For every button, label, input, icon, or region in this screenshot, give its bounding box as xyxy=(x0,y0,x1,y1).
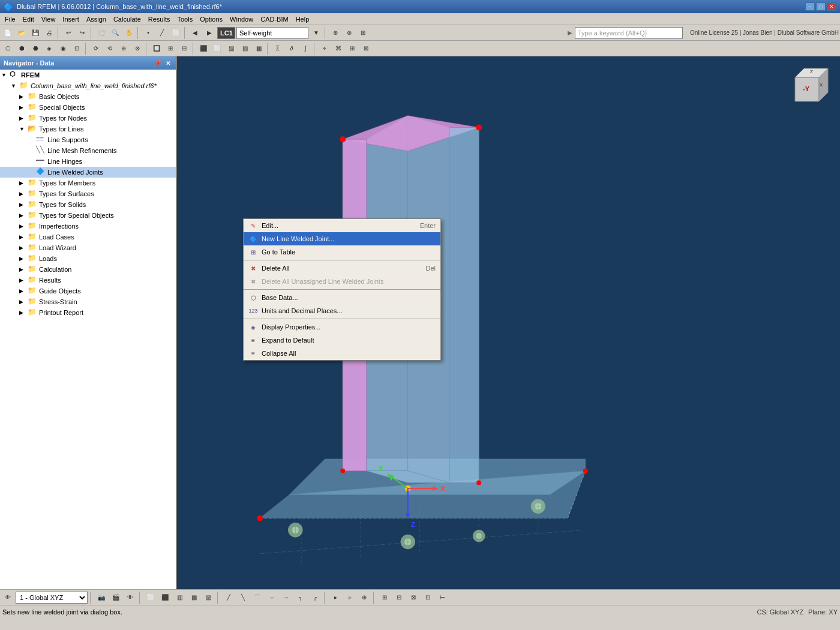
ctx-expand[interactable]: ≡ Expand to Default xyxy=(244,334,440,347)
tb2-11[interactable]: 🔲 xyxy=(150,42,163,55)
view-combo[interactable]: 1 - Global XYZ xyxy=(16,592,88,604)
tb2-6[interactable]: ⊡ xyxy=(70,42,83,55)
tb2-10[interactable]: ⊗ xyxy=(131,42,144,55)
tree-stress-strain[interactable]: ▶ 📁 Stress-Strain xyxy=(0,296,176,307)
bt-s3[interactable]: ⌒ xyxy=(251,591,264,604)
tree-types-surfaces[interactable]: ▶ 📁 Types for Surfaces xyxy=(0,188,176,199)
tree-line-mesh[interactable]: ╲╲ Line Mesh Refinements xyxy=(0,145,176,156)
tree-line-hinges[interactable]: ━━ Line Hinges xyxy=(0,156,176,167)
tb-open[interactable]: 📂 xyxy=(15,26,28,40)
ctx-display-props[interactable]: ◈ Display Properties... xyxy=(244,320,440,334)
bt-s5[interactable]: ⌢ xyxy=(280,591,293,604)
nav-close[interactable]: ✕ xyxy=(164,60,172,67)
tb-r2[interactable]: ⊗ xyxy=(343,26,356,40)
tb-lc-drop[interactable]: ▼ xyxy=(310,26,323,40)
tree-types-members[interactable]: ▶ 📁 Types for Members xyxy=(0,178,176,188)
menu-results[interactable]: Results xyxy=(145,14,174,24)
tb2-18[interactable]: ▦ xyxy=(252,42,265,55)
tb-surface[interactable]: ⬜ xyxy=(169,26,182,40)
bt-m1[interactable]: ▸ xyxy=(329,591,342,604)
bt-w3[interactable]: ⊠ xyxy=(407,591,420,604)
bt-cam[interactable]: 📷 xyxy=(95,591,108,604)
bt-s6[interactable]: ╮ xyxy=(294,591,307,604)
tb2-20[interactable]: ∂ xyxy=(285,42,298,55)
ctx-base-data[interactable]: ⬡ Base Data... xyxy=(244,291,440,304)
tb-undo[interactable]: ↩ xyxy=(62,26,75,40)
ctx-collapse[interactable]: ≡ Collapse All xyxy=(244,347,440,360)
tb2-21[interactable]: ∫ xyxy=(299,42,312,55)
bt-w5[interactable]: ⊢ xyxy=(436,591,449,604)
tb-redo[interactable]: ↪ xyxy=(76,26,89,40)
lc-combo[interactable]: Self-weight xyxy=(236,27,308,39)
canvas-area[interactable]: X Z Y -Y X Z xyxy=(177,56,840,589)
tree-calculation[interactable]: ▶ 📁 Calculation xyxy=(0,264,176,275)
bt-s4[interactable]: ⌣ xyxy=(265,591,278,604)
menu-file[interactable]: File xyxy=(1,14,19,24)
ctx-new-welded[interactable]: 🔷 New Line Welded Joint... xyxy=(244,232,440,245)
bt-grid4[interactable]: ▦ xyxy=(187,591,200,604)
tree-line-supports[interactable]: ≡≡ Line Supports xyxy=(0,134,176,145)
tree-types-lines[interactable]: ▼ 📂 Types for Lines xyxy=(0,124,176,134)
tree-printout[interactable]: ▶ 📁 Printout Report xyxy=(0,307,176,318)
tb-r3[interactable]: ⊞ xyxy=(356,26,370,40)
nav-header-controls[interactable]: 📌 ✕ xyxy=(152,60,172,67)
bt-grid3[interactable]: ▥ xyxy=(173,591,186,604)
menu-view[interactable]: View xyxy=(38,14,59,24)
tree-file[interactable]: ▼ 📁 Column_base_with_line_weld_finished.… xyxy=(0,80,176,91)
bt-w1[interactable]: ⊞ xyxy=(378,591,391,604)
bt-w4[interactable]: ⊡ xyxy=(421,591,434,604)
tree-root[interactable]: ▼ ⬡ RFEM xyxy=(0,70,176,80)
tb-r1[interactable]: ⊕ xyxy=(329,26,342,40)
tb-lc-prev[interactable]: ◀ xyxy=(188,26,202,40)
tb-select[interactable]: ⬚ xyxy=(95,26,108,40)
maximize-button[interactable]: □ xyxy=(816,2,826,11)
tree-load-wizard[interactable]: ▶ 📁 Load Wizard xyxy=(0,242,176,253)
bt-grid1[interactable]: ⬜ xyxy=(144,591,157,604)
tb-zoom[interactable]: 🔍 xyxy=(109,26,122,40)
bt-eye[interactable]: 👁 xyxy=(124,591,137,604)
menu-assign[interactable]: Assign xyxy=(83,14,110,24)
tb-lc-next[interactable]: ▶ xyxy=(203,26,216,40)
nav-cube[interactable]: -Y X Z xyxy=(786,62,834,110)
tb2-2[interactable]: ⬢ xyxy=(15,42,28,55)
tb2-1[interactable]: ⬡ xyxy=(1,42,14,55)
nav-pin[interactable]: 📌 xyxy=(152,60,163,67)
tb-node[interactable]: • xyxy=(142,26,155,40)
ctx-delete-all[interactable]: ✖ Delete All Del xyxy=(244,262,440,275)
menu-edit[interactable]: Edit xyxy=(19,14,38,24)
tb2-4[interactable]: ◈ xyxy=(43,42,56,55)
bt-view-icon[interactable]: 👁 xyxy=(1,591,14,604)
tb2-22[interactable]: ⌖ xyxy=(318,42,331,55)
bt-s2[interactable]: ╲ xyxy=(236,591,250,604)
bt-m2[interactable]: ▹ xyxy=(343,591,356,604)
menu-cad-bim[interactable]: CAD-BIM xyxy=(257,14,292,24)
tb2-14[interactable]: ⬛ xyxy=(197,42,210,55)
tb2-13[interactable]: ⊟ xyxy=(178,42,191,55)
ctx-goto-table[interactable]: ⊞ Go to Table xyxy=(244,245,440,259)
tb2-17[interactable]: ▤ xyxy=(238,42,251,55)
menu-calculate[interactable]: Calculate xyxy=(110,14,145,24)
tb-print[interactable]: 🖨 xyxy=(43,26,56,40)
bt-grid2[interactable]: ⬛ xyxy=(158,591,172,604)
tb-save[interactable]: 💾 xyxy=(29,26,42,40)
tb2-12[interactable]: ⊞ xyxy=(164,42,177,55)
tree-load-cases[interactable]: ▶ 📁 Load Cases xyxy=(0,232,176,242)
tb2-3[interactable]: ⬣ xyxy=(29,42,42,55)
tree-guide-objects[interactable]: ▶ 📁 Guide Objects xyxy=(0,286,176,296)
tb2-16[interactable]: ▨ xyxy=(224,42,238,55)
tb-line[interactable]: ╱ xyxy=(155,26,169,40)
bt-grid5[interactable]: ▨ xyxy=(202,591,215,604)
tb2-9[interactable]: ⊕ xyxy=(117,42,130,55)
tree-results[interactable]: ▶ 📁 Results xyxy=(0,275,176,286)
minimize-button[interactable]: − xyxy=(805,2,815,11)
tb2-23[interactable]: ⌘ xyxy=(332,42,345,55)
menu-tools[interactable]: Tools xyxy=(173,14,196,24)
bt-vid[interactable]: 🎬 xyxy=(109,591,122,604)
tb2-25[interactable]: ⊠ xyxy=(359,42,373,55)
search-input[interactable]: Type a keyword (Alt+Q) xyxy=(575,27,683,39)
tree-types-special[interactable]: ▶ 📁 Types for Special Objects xyxy=(0,210,176,221)
close-button[interactable]: ✕ xyxy=(827,2,836,11)
tree-types-nodes[interactable]: ▶ 📁 Types for Nodes xyxy=(0,113,176,124)
titlebar-controls[interactable]: − □ ✕ xyxy=(805,2,836,11)
tb2-8[interactable]: ⟲ xyxy=(103,42,116,55)
